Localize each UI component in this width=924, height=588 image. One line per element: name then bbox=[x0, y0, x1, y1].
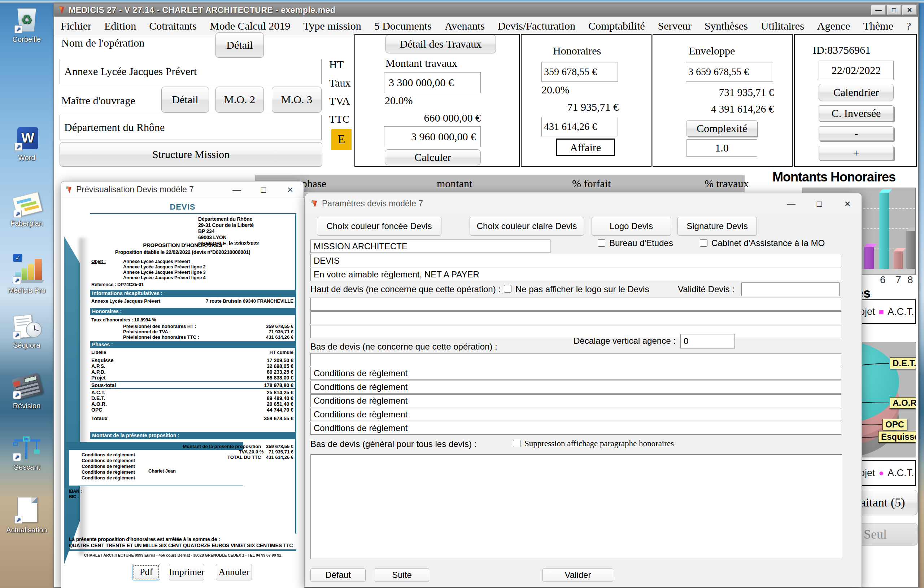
operation-detail-button[interactable]: Détail bbox=[216, 33, 264, 58]
reglement-field[interactable]: En votre aimable règlement, NET A PAYER bbox=[310, 268, 842, 281]
devis-page: DEVIS Département du Rhône 29-31 Cour de… bbox=[61, 198, 304, 588]
affaire-button[interactable]: Affaire bbox=[556, 138, 615, 156]
preview-title-bar[interactable]: Prévisualisation Devis modèle 7 — □ × bbox=[61, 181, 304, 198]
menu-mode-calcul[interactable]: Mode Calcul 2019 bbox=[210, 20, 290, 32]
bar-axis-tick-6: 6 bbox=[880, 274, 886, 286]
maximize-icon[interactable]: □ bbox=[811, 199, 828, 209]
travaux-ttc-field[interactable]: 3 960 000,00 € bbox=[384, 126, 481, 147]
validite-devis-field[interactable] bbox=[741, 282, 840, 296]
minimize-icon[interactable]: — bbox=[228, 185, 245, 195]
maximize-icon[interactable]: □ bbox=[255, 185, 272, 195]
haut-devis-line1-field[interactable] bbox=[310, 298, 842, 311]
imprimer-button[interactable]: Imprimer bbox=[169, 564, 204, 580]
c-inversee-button[interactable]: C. Inversée bbox=[818, 105, 894, 121]
devis-objet-label: Objet : bbox=[91, 259, 106, 264]
menu-comptabilite[interactable]: Comptabilité bbox=[588, 20, 645, 32]
suite-button[interactable]: Suite bbox=[375, 568, 429, 582]
logo-devis-button[interactable]: Logo Devis bbox=[592, 217, 671, 236]
enveloppe-tva-value: 731 935,71 € bbox=[719, 87, 774, 99]
decalage-field[interactable]: 0 bbox=[680, 334, 735, 349]
honoraires-ht-field[interactable]: 359 678,55 € bbox=[541, 62, 618, 82]
menu-theme[interactable]: Thème bbox=[863, 20, 893, 32]
desktop-icon-label: Faberplan bbox=[0, 219, 53, 227]
bas-devis-operation-field[interactable] bbox=[310, 353, 842, 366]
ttc-label: TTC bbox=[329, 113, 350, 125]
legend-act: A.C.T. bbox=[888, 468, 914, 479]
conditions-field-3[interactable]: Conditions de règlement bbox=[310, 394, 842, 407]
menu-syntheses[interactable]: Synthèses bbox=[705, 20, 748, 32]
tva-label: TVA bbox=[329, 95, 350, 107]
suppression-checkbox[interactable] bbox=[513, 440, 520, 447]
structure-mission-button[interactable]: Structure Mission bbox=[59, 142, 322, 167]
devis-tva-row: TVA 20.0 %71 935,71 € bbox=[169, 449, 294, 455]
menu-cotraitants[interactable]: Cotraitants bbox=[149, 20, 197, 32]
bureau-etudes-checkbox[interactable] bbox=[598, 239, 605, 247]
desktop-icon-label: Actualisation bbox=[0, 526, 53, 534]
maximize-icon[interactable]: □ bbox=[887, 5, 901, 15]
desktop-icon-label: Révision bbox=[0, 402, 53, 410]
close-icon[interactable]: × bbox=[839, 198, 856, 210]
calculer-button[interactable]: Calculer bbox=[385, 149, 481, 165]
menu-fichier[interactable]: Fichier bbox=[61, 20, 91, 32]
defaut-button[interactable]: Défaut bbox=[310, 568, 366, 582]
cabinet-assistance-checkbox[interactable] bbox=[700, 239, 708, 247]
maitre-ouvrage-field[interactable]: Département du Rhône bbox=[59, 115, 322, 140]
couleur-foncee-button[interactable]: Choix couleur foncée Devis bbox=[317, 217, 441, 236]
mo2-button[interactable]: M.O. 2 bbox=[216, 87, 264, 112]
couleur-claire-button[interactable]: Choix couleur claire Devis bbox=[470, 217, 584, 236]
detail-travaux-button[interactable]: Détail des Travaux bbox=[386, 35, 496, 53]
plus-button[interactable]: + bbox=[818, 146, 894, 160]
conditions-field-1[interactable]: Conditions de règlement bbox=[310, 367, 842, 380]
montant-travaux-field[interactable]: 3 300 000,00 € bbox=[384, 72, 481, 93]
operation-name-field[interactable]: Annexe Lycée Jacques Prévert bbox=[59, 59, 322, 84]
menu-serveur[interactable]: Serveur bbox=[658, 20, 691, 32]
haut-devis-line2-field[interactable] bbox=[310, 311, 842, 324]
main-title-bar[interactable]: MEDICIS 27 - V 27.14 - CHARLET ARCHITECT… bbox=[54, 3, 918, 16]
annuler-button[interactable]: Annuler bbox=[216, 564, 252, 580]
devis-phase-row: A.P.D.60 233,25 € bbox=[91, 369, 294, 375]
minimize-icon[interactable]: — bbox=[783, 199, 799, 209]
bar-det bbox=[879, 192, 889, 269]
pdf-button[interactable]: Pdf bbox=[132, 564, 160, 580]
mo3-button[interactable]: M.O. 3 bbox=[272, 87, 322, 112]
date-field[interactable]: 22/02/2022 bbox=[818, 61, 894, 80]
mission-field[interactable]: MISSION ARCHITECTE bbox=[310, 239, 550, 253]
menu-devis-facturation[interactable]: Devis/Facturation bbox=[498, 20, 575, 32]
devis-reference: Référence : DP74C25-01 bbox=[91, 282, 144, 287]
minus-button[interactable]: - bbox=[818, 126, 894, 141]
conditions-field-4[interactable]: Conditions de règlement bbox=[310, 408, 842, 421]
enveloppe-ht-field[interactable]: 3 659 678,55 € bbox=[686, 62, 773, 82]
cabinet-assistance-label: Cabinet d'Assistance à la MO bbox=[711, 238, 825, 248]
complexite-button[interactable]: Complexité bbox=[686, 120, 757, 137]
menu-type-mission[interactable]: Type mission bbox=[303, 20, 361, 32]
bas-devis-general-textarea[interactable] bbox=[310, 454, 842, 559]
mo-detail-button[interactable]: Détail bbox=[161, 87, 209, 112]
menu-utilitaires[interactable]: Utilitaires bbox=[761, 20, 804, 32]
conditions-field-2[interactable]: Conditions de règlement bbox=[310, 380, 842, 394]
devis-bic-label: BIC : bbox=[69, 494, 79, 499]
params-title-bar[interactable]: Paramètres devis modèle 7 — □ × bbox=[305, 193, 861, 214]
complexite-coefficient-field[interactable]: 1.0 bbox=[686, 139, 757, 156]
main-window-title: MEDICIS 27 - V 27.14 - CHARLET ARCHITECT… bbox=[69, 5, 336, 15]
desktop-icon-label: Corbeille bbox=[0, 35, 53, 44]
bar-aor bbox=[894, 251, 903, 269]
devis-title-field[interactable]: DEVIS bbox=[310, 254, 842, 267]
honoraires-ttc-field[interactable]: 431 614,26 € bbox=[541, 117, 618, 137]
valider-button[interactable]: Valider bbox=[543, 568, 613, 582]
devis-objet-lines: Annexe Lycée Jacques Prévert Annexe Lycé… bbox=[123, 259, 206, 280]
devis-bottom-rule bbox=[66, 549, 296, 551]
menu-edition[interactable]: Edition bbox=[104, 20, 136, 32]
signature-devis-button[interactable]: Signature Devis bbox=[678, 217, 757, 236]
conditions-field-5[interactable]: Conditions de règlement bbox=[310, 422, 842, 435]
menu-avenants[interactable]: Avenants bbox=[445, 20, 485, 32]
close-icon[interactable]: × bbox=[903, 5, 917, 15]
minimize-icon[interactable]: — bbox=[871, 5, 886, 15]
calendrier-button[interactable]: Calendrier bbox=[818, 84, 894, 101]
menu-agence[interactable]: Agence bbox=[817, 20, 850, 32]
menu-help[interactable]: ? bbox=[906, 20, 911, 32]
menu-documents[interactable]: 5 Documents bbox=[374, 20, 432, 32]
e-badge[interactable]: E bbox=[331, 129, 351, 150]
devis-proposition-title: PROPOSITION D'HONORAIRES bbox=[61, 242, 304, 248]
close-icon[interactable]: × bbox=[282, 184, 299, 196]
no-logo-checkbox[interactable] bbox=[504, 285, 512, 293]
